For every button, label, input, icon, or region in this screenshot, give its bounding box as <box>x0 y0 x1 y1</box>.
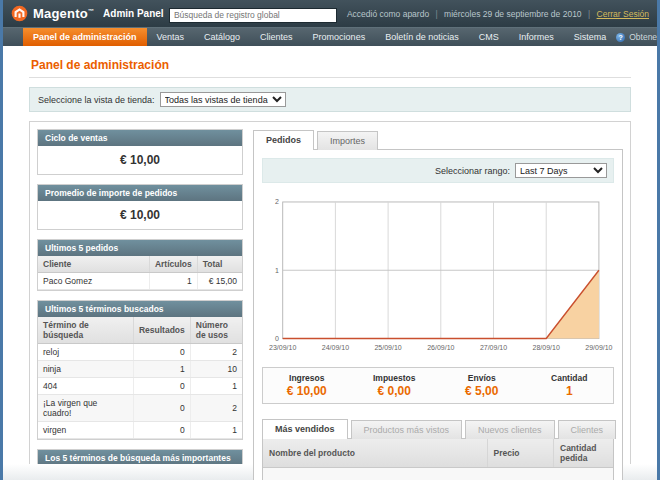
grid-column-header: Nombre del producto <box>263 439 487 468</box>
nav-items: Panel de administraciónVentasCatálogoCli… <box>23 28 616 46</box>
column-header: Total <box>197 256 242 273</box>
grid-column-header: Precio <box>487 439 554 468</box>
total-cantidad: Cantidad1 <box>526 373 614 398</box>
store-switcher-select[interactable]: Todas las vistas de tienda <box>160 92 286 107</box>
help-link[interactable]: ? Obtener ayuda para esta página <box>616 28 660 46</box>
bestsellers-grid: Nombre del productoPrecioCantidad pedida… <box>262 438 614 480</box>
table-row: reloj02 <box>38 344 242 361</box>
svg-text:28/09/10: 28/09/10 <box>533 344 560 351</box>
title-divider <box>29 77 631 78</box>
svg-text:25/09/10: 25/09/10 <box>374 344 401 351</box>
tab[interactable]: Clientes <box>558 420 617 439</box>
last-search-terms-table: Término de búsquedaResultadosNúmero de u… <box>38 317 242 439</box>
dashboard-container: Ciclo de ventas € 10,00 Promedio de impo… <box>29 121 631 480</box>
average-orders-title: Promedio de importe de pedidos <box>38 185 242 201</box>
logged-in-as: Accedió como apardo <box>347 9 429 19</box>
lifetime-sales-title: Ciclo de ventas <box>38 130 242 146</box>
brand-suffix: Admin Panel <box>103 8 164 19</box>
column-header: Número de usos <box>190 317 242 344</box>
orders-chart: 01223/09/1024/09/1025/09/1026/09/1027/09… <box>262 183 614 359</box>
bestsellers-table: Nombre del productoPrecioCantidad pedida… <box>263 439 613 480</box>
empty-message: No se encontraron registros. <box>263 468 613 480</box>
svg-text:1: 1 <box>275 267 279 274</box>
table-row: ninja110 <box>38 361 242 378</box>
global-search-input[interactable] <box>169 8 337 23</box>
lifetime-sales-box: Ciclo de ventas € 10,00 <box>37 129 243 175</box>
header-meta: Accedió como apardo | miércoles 29 de se… <box>347 9 649 19</box>
magento-logo-icon <box>11 5 28 22</box>
column-header: Cliente <box>38 256 149 273</box>
nav-item[interactable]: Sistema <box>564 28 617 46</box>
dashboard-sidebar: Ciclo de ventas € 10,00 Promedio de impo… <box>37 129 243 480</box>
column-header: Artículos <box>149 256 197 273</box>
main-nav: Panel de administraciónVentasCatálogoCli… <box>3 27 657 46</box>
range-select[interactable]: Last 7 Days <box>515 163 607 178</box>
svg-text:23/09/10: 23/09/10 <box>269 344 296 351</box>
nav-item[interactable]: Panel de administración <box>23 28 147 46</box>
svg-text:24/09/10: 24/09/10 <box>322 344 349 351</box>
nav-item[interactable]: Boletín de noticias <box>375 28 469 46</box>
last-orders-title: Ultimos 5 pedidos <box>38 240 242 256</box>
dashboard-main: PedidosImportes Seleccionar rango: Last … <box>253 129 623 480</box>
header-bar: Magento™ Admin Panel Accedió como apardo… <box>3 0 657 27</box>
grid-column-header: Cantidad pedida <box>554 439 614 468</box>
logout-link[interactable]: Cerrar Sesión <box>597 9 649 19</box>
nav-item[interactable]: Promociones <box>303 28 376 46</box>
global-search <box>169 4 337 23</box>
store-switcher-label: Seleccione la vista de tienda: <box>38 95 155 105</box>
svg-text:26/09/10: 26/09/10 <box>427 344 454 351</box>
average-orders-value: € 10,00 <box>38 201 242 229</box>
page-title: Panel de administración <box>31 58 631 72</box>
nav-item[interactable]: CMS <box>469 28 509 46</box>
current-date: miércoles 29 de septiembre de 2010 <box>444 9 582 19</box>
table-row: 40401 <box>38 378 242 395</box>
nav-item[interactable]: Informes <box>509 28 564 46</box>
last-search-terms-box: Ultimos 5 términos buscados Término de b… <box>37 300 243 440</box>
column-header: Término de búsqueda <box>38 317 133 344</box>
lifetime-sales-value: € 10,00 <box>38 146 242 174</box>
table-row: Paco Gomez1€ 15,00 <box>38 273 242 290</box>
last-orders-box: Ultimos 5 pedidos ClienteArtículosTotalP… <box>37 239 243 291</box>
tab[interactable]: Productos más vistos <box>351 420 463 439</box>
nav-item[interactable]: Clientes <box>250 28 303 46</box>
total-impuestos: Impuestos€ 0,00 <box>351 373 439 398</box>
last-search-terms-title: Ultimos 5 términos buscados <box>38 301 242 317</box>
table-row: ¡La virgen que cuadro!02 <box>38 395 242 422</box>
tab[interactable]: Más vendidos <box>262 419 348 439</box>
last-orders-table: ClienteArtículosTotalPaco Gomez1€ 15,00 <box>38 256 242 290</box>
svg-text:27/09/10: 27/09/10 <box>480 344 507 351</box>
help-icon: ? <box>616 33 625 42</box>
magento-logo[interactable]: Magento™ Admin Panel <box>11 5 164 22</box>
column-header: Resultados <box>133 317 190 344</box>
range-toolbar: Seleccionar rango: Last 7 Days <box>262 158 614 183</box>
orders-chart-svg: 01223/09/1024/09/1025/09/1026/09/1027/09… <box>264 189 612 359</box>
table-row: virgen01 <box>38 422 242 439</box>
tab[interactable]: Pedidos <box>253 130 314 150</box>
total-envíos: Envíos€ 5,00 <box>438 373 526 398</box>
grid-tabs: Más vendidosProductos más vistosNuevos c… <box>262 418 614 438</box>
orders-panel: Seleccionar rango: Last 7 Days 01223/09/… <box>253 149 623 480</box>
brand-name: Magento™ <box>33 6 94 21</box>
range-label: Seleccionar rango: <box>435 166 510 176</box>
nav-item[interactable]: Catálogo <box>194 28 250 46</box>
svg-text:29/09/10: 29/09/10 <box>585 344 612 351</box>
totals-strip: Ingresos€ 10,00Impuestos€ 0,00Envíos€ 5,… <box>262 367 614 404</box>
empty-row: No se encontraron registros. <box>263 468 613 480</box>
store-switcher: Seleccione la vista de tienda: Todas las… <box>29 87 631 112</box>
nav-item[interactable]: Ventas <box>147 28 195 46</box>
svg-text:0: 0 <box>275 335 279 342</box>
tab[interactable]: Nuevos clientes <box>465 420 555 439</box>
tab[interactable]: Importes <box>317 131 378 150</box>
average-orders-box: Promedio de importe de pedidos € 10,00 <box>37 184 243 230</box>
chart-tabs: PedidosImportes <box>253 129 623 149</box>
total-ingresos: Ingresos€ 10,00 <box>263 373 351 398</box>
svg-text:2: 2 <box>275 198 279 205</box>
